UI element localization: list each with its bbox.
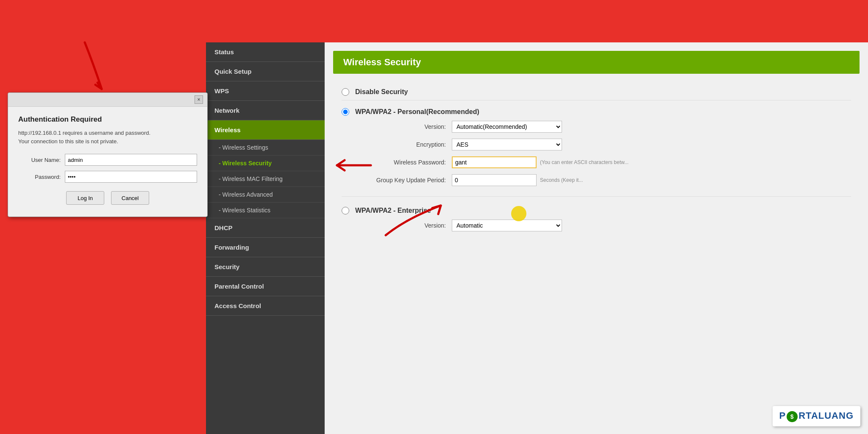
sidebar-item-wireless-settings[interactable]: - Wireless Settings <box>206 140 325 156</box>
disable-security-label: Disable Security <box>355 88 408 96</box>
disable-security-option: Disable Security <box>333 82 860 98</box>
watermark-text: P$RTALUANG <box>779 410 854 422</box>
page-header: Wireless Security <box>333 51 860 74</box>
sidebar-item-wireless-stats[interactable]: - Wireless Statistics <box>206 203 325 218</box>
sidebar-item-dhcp[interactable]: DHCP <box>206 218 325 238</box>
username-row: User Name: <box>18 154 197 166</box>
version-label: Version: <box>359 123 452 130</box>
auth-dialog-titlebar: × <box>8 93 207 107</box>
highlight-circle <box>511 206 526 221</box>
password-input[interactable] <box>65 171 197 183</box>
wpa-personal-label: WPA/WPA2 - Personal(Recommended) <box>355 108 479 116</box>
wpa-personal-option: WPA/WPA2 - Personal(Recommended) <box>333 102 860 118</box>
group-key-note: Seconds (Keep it... <box>540 177 583 183</box>
auth-dialog-description: http://192.168.0.1 requires a username a… <box>18 129 197 145</box>
sidebar-item-forwarding[interactable]: Forwarding <box>206 238 325 257</box>
sidebar-item-quick-setup[interactable]: Quick Setup <box>206 62 325 81</box>
enterprise-version-select[interactable]: Automatic <box>452 220 562 231</box>
cancel-button[interactable]: Cancel <box>111 191 149 205</box>
username-label: User Name: <box>18 157 61 163</box>
close-button[interactable]: × <box>195 95 203 104</box>
sidebar-item-parental-control[interactable]: Parental Control <box>206 277 325 296</box>
sidebar-item-status[interactable]: Status <box>206 42 325 62</box>
divider-1 <box>342 100 851 100</box>
annotation-arrow-password <box>381 193 458 244</box>
password-label: Password: <box>18 174 61 180</box>
watermark: P$RTALUANG <box>773 406 860 426</box>
wpa-personal-radio[interactable] <box>342 108 349 116</box>
sidebar-item-wps[interactable]: WPS <box>206 81 325 101</box>
password-row: Wireless Password: (You can enter ASCII … <box>359 156 860 168</box>
sidebar-item-wireless-security[interactable]: - Wireless Security <box>206 156 325 171</box>
page-title: Wireless Security <box>343 57 421 67</box>
annotation-arrow-wpa <box>333 148 375 182</box>
group-key-row: Group Key Update Period: Seconds (Keep i… <box>359 174 860 186</box>
watermark-icon: $ <box>787 411 798 422</box>
sidebar-item-security[interactable]: Security <box>206 257 325 277</box>
version-row: Version: Automatic(Recommended) <box>359 121 860 133</box>
sidebar-item-access-control[interactable]: Access Control <box>206 296 325 316</box>
encryption-select[interactable]: AES <box>452 139 562 150</box>
wpa-personal-fields: Version: Automatic(Recommended) Encrypti… <box>333 118 860 195</box>
username-input[interactable] <box>65 154 197 166</box>
sidebar-item-wireless-advanced[interactable]: - Wireless Advanced <box>206 187 325 203</box>
sidebar-item-wireless[interactable]: Wireless <box>206 120 325 140</box>
auth-buttons: Log In Cancel <box>18 191 197 205</box>
password-row: Password: <box>18 171 197 183</box>
password-note: (You can enter ASCII characters betw... <box>540 159 629 165</box>
wireless-password-input[interactable] <box>452 156 537 168</box>
sidebar-item-network[interactable]: Network <box>206 101 325 120</box>
auth-dialog: × Authentication Required http://192.168… <box>8 92 208 217</box>
router-panel: Status Quick Setup WPS Network Wireless … <box>206 42 868 434</box>
group-key-input[interactable] <box>452 174 537 186</box>
sidebar: Status Quick Setup WPS Network Wireless … <box>206 42 325 434</box>
sidebar-item-wireless-mac[interactable]: - Wireless MAC Filtering <box>206 171 325 187</box>
disable-security-radio[interactable] <box>342 88 349 96</box>
version-select[interactable]: Automatic(Recommended) <box>452 121 562 133</box>
wpa-enterprise-radio[interactable] <box>342 207 349 214</box>
encryption-label: Encryption: <box>359 141 452 148</box>
login-button[interactable]: Log In <box>66 191 104 205</box>
encryption-row: Encryption: AES <box>359 139 860 150</box>
auth-dialog-title: Authentication Required <box>18 115 197 124</box>
